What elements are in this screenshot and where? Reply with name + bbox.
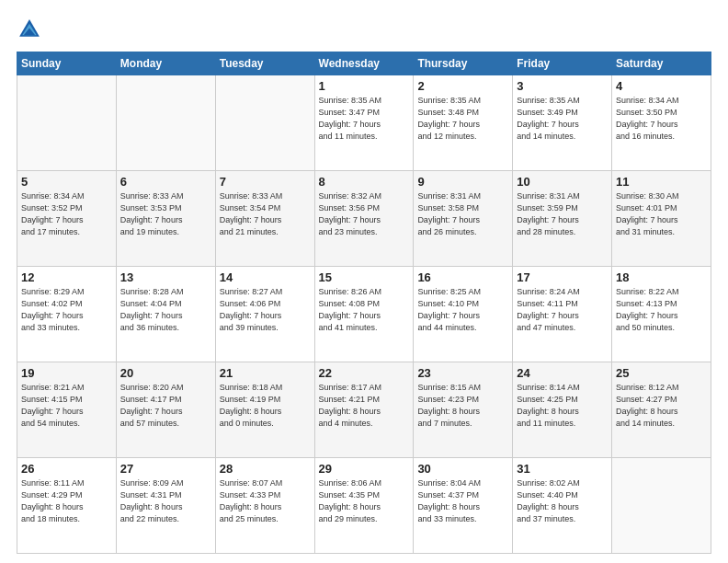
day-info: Sunrise: 8:20 AM Sunset: 4:17 PM Dayligh… bbox=[120, 382, 211, 430]
day-cell: 24Sunrise: 8:14 AM Sunset: 4:25 PM Dayli… bbox=[513, 362, 612, 458]
day-info: Sunrise: 8:04 AM Sunset: 4:37 PM Dayligh… bbox=[417, 477, 508, 525]
day-info: Sunrise: 8:21 AM Sunset: 4:15 PM Dayligh… bbox=[21, 382, 112, 430]
day-number: 24 bbox=[517, 366, 608, 380]
day-info: Sunrise: 8:24 AM Sunset: 4:11 PM Dayligh… bbox=[517, 286, 608, 334]
week-row-0: 1Sunrise: 8:35 AM Sunset: 3:47 PM Daylig… bbox=[17, 75, 711, 171]
day-number: 6 bbox=[120, 175, 211, 189]
day-cell: 29Sunrise: 8:06 AM Sunset: 4:35 PM Dayli… bbox=[314, 458, 414, 554]
day-cell: 7Sunrise: 8:33 AM Sunset: 3:54 PM Daylig… bbox=[215, 171, 314, 267]
week-row-4: 26Sunrise: 8:11 AM Sunset: 4:29 PM Dayli… bbox=[17, 458, 711, 554]
day-info: Sunrise: 8:07 AM Sunset: 4:33 PM Dayligh… bbox=[220, 477, 311, 525]
day-cell: 10Sunrise: 8:31 AM Sunset: 3:59 PM Dayli… bbox=[513, 171, 612, 267]
day-cell: 28Sunrise: 8:07 AM Sunset: 4:33 PM Dayli… bbox=[215, 458, 314, 554]
day-cell: 16Sunrise: 8:25 AM Sunset: 4:10 PM Dayli… bbox=[414, 267, 513, 362]
day-number: 29 bbox=[319, 462, 410, 476]
day-number: 28 bbox=[220, 462, 311, 476]
day-info: Sunrise: 8:09 AM Sunset: 4:31 PM Dayligh… bbox=[120, 477, 211, 525]
day-number: 4 bbox=[616, 79, 707, 93]
day-cell: 19Sunrise: 8:21 AM Sunset: 4:15 PM Dayli… bbox=[17, 362, 117, 458]
day-info: Sunrise: 8:34 AM Sunset: 3:50 PM Dayligh… bbox=[616, 95, 707, 143]
day-number: 30 bbox=[417, 462, 508, 476]
calendar-table: SundayMondayTuesdayWednesdayThursdayFrid… bbox=[17, 52, 711, 554]
day-header-wednesday: Wednesday bbox=[314, 52, 414, 75]
day-cell bbox=[612, 458, 711, 554]
day-number: 11 bbox=[616, 175, 707, 189]
day-number: 15 bbox=[319, 270, 410, 284]
day-number: 25 bbox=[616, 366, 707, 380]
day-number: 26 bbox=[21, 462, 112, 476]
day-info: Sunrise: 8:26 AM Sunset: 4:08 PM Dayligh… bbox=[319, 286, 410, 334]
day-cell: 5Sunrise: 8:34 AM Sunset: 3:52 PM Daylig… bbox=[17, 171, 117, 267]
day-info: Sunrise: 8:14 AM Sunset: 4:25 PM Dayligh… bbox=[517, 382, 608, 430]
day-info: Sunrise: 8:35 AM Sunset: 3:49 PM Dayligh… bbox=[517, 95, 608, 143]
day-cell: 2Sunrise: 8:35 AM Sunset: 3:48 PM Daylig… bbox=[414, 75, 513, 171]
day-cell: 20Sunrise: 8:20 AM Sunset: 4:17 PM Dayli… bbox=[116, 362, 215, 458]
day-info: Sunrise: 8:27 AM Sunset: 4:06 PM Dayligh… bbox=[220, 286, 311, 334]
day-info: Sunrise: 8:31 AM Sunset: 3:58 PM Dayligh… bbox=[417, 190, 508, 238]
day-cell: 30Sunrise: 8:04 AM Sunset: 4:37 PM Dayli… bbox=[414, 458, 513, 554]
day-header-monday: Monday bbox=[116, 52, 215, 75]
day-info: Sunrise: 8:22 AM Sunset: 4:13 PM Dayligh… bbox=[616, 286, 707, 334]
day-number: 10 bbox=[517, 175, 608, 189]
day-number: 20 bbox=[120, 366, 211, 380]
day-cell: 25Sunrise: 8:12 AM Sunset: 4:27 PM Dayli… bbox=[612, 362, 711, 458]
day-cell: 15Sunrise: 8:26 AM Sunset: 4:08 PM Dayli… bbox=[314, 267, 414, 362]
day-cell: 23Sunrise: 8:15 AM Sunset: 4:23 PM Dayli… bbox=[414, 362, 513, 458]
day-info: Sunrise: 8:25 AM Sunset: 4:10 PM Dayligh… bbox=[417, 286, 508, 334]
day-cell: 26Sunrise: 8:11 AM Sunset: 4:29 PM Dayli… bbox=[17, 458, 117, 554]
day-info: Sunrise: 8:18 AM Sunset: 4:19 PM Dayligh… bbox=[220, 382, 311, 430]
day-number: 3 bbox=[517, 79, 608, 93]
week-row-3: 19Sunrise: 8:21 AM Sunset: 4:15 PM Dayli… bbox=[17, 362, 711, 458]
day-info: Sunrise: 8:06 AM Sunset: 4:35 PM Dayligh… bbox=[319, 477, 410, 525]
day-number: 8 bbox=[319, 175, 410, 189]
day-info: Sunrise: 8:02 AM Sunset: 4:40 PM Dayligh… bbox=[517, 477, 608, 525]
day-number: 17 bbox=[517, 270, 608, 284]
day-info: Sunrise: 8:32 AM Sunset: 3:56 PM Dayligh… bbox=[319, 190, 410, 238]
page: SundayMondayTuesdayWednesdayThursdayFrid… bbox=[0, 0, 728, 563]
week-row-1: 5Sunrise: 8:34 AM Sunset: 3:52 PM Daylig… bbox=[17, 171, 711, 267]
day-info: Sunrise: 8:35 AM Sunset: 3:47 PM Dayligh… bbox=[319, 95, 410, 143]
day-cell: 17Sunrise: 8:24 AM Sunset: 4:11 PM Dayli… bbox=[513, 267, 612, 362]
day-cell: 9Sunrise: 8:31 AM Sunset: 3:58 PM Daylig… bbox=[414, 171, 513, 267]
day-info: Sunrise: 8:31 AM Sunset: 3:59 PM Dayligh… bbox=[517, 190, 608, 238]
day-cell: 27Sunrise: 8:09 AM Sunset: 4:31 PM Dayli… bbox=[116, 458, 215, 554]
day-header-tuesday: Tuesday bbox=[215, 52, 314, 75]
day-number: 12 bbox=[21, 270, 112, 284]
day-number: 18 bbox=[616, 270, 707, 284]
day-number: 16 bbox=[417, 270, 508, 284]
day-info: Sunrise: 8:30 AM Sunset: 4:01 PM Dayligh… bbox=[616, 190, 707, 238]
day-info: Sunrise: 8:17 AM Sunset: 4:21 PM Dayligh… bbox=[319, 382, 410, 430]
day-number: 2 bbox=[417, 79, 508, 93]
day-number: 5 bbox=[21, 175, 112, 189]
day-number: 22 bbox=[319, 366, 410, 380]
day-header-friday: Friday bbox=[513, 52, 612, 75]
day-info: Sunrise: 8:35 AM Sunset: 3:48 PM Dayligh… bbox=[417, 95, 508, 143]
day-info: Sunrise: 8:28 AM Sunset: 4:04 PM Dayligh… bbox=[120, 286, 211, 334]
day-number: 19 bbox=[21, 366, 112, 380]
day-cell: 21Sunrise: 8:18 AM Sunset: 4:19 PM Dayli… bbox=[215, 362, 314, 458]
day-cell: 6Sunrise: 8:33 AM Sunset: 3:53 PM Daylig… bbox=[116, 171, 215, 267]
logo-icon bbox=[17, 17, 42, 42]
day-number: 31 bbox=[517, 462, 608, 476]
day-number: 14 bbox=[220, 270, 311, 284]
day-number: 21 bbox=[220, 366, 311, 380]
day-info: Sunrise: 8:29 AM Sunset: 4:02 PM Dayligh… bbox=[21, 286, 112, 334]
day-cell: 22Sunrise: 8:17 AM Sunset: 4:21 PM Dayli… bbox=[314, 362, 414, 458]
header-row: SundayMondayTuesdayWednesdayThursdayFrid… bbox=[17, 52, 711, 75]
day-number: 23 bbox=[417, 366, 508, 380]
day-number: 9 bbox=[417, 175, 508, 189]
day-cell: 8Sunrise: 8:32 AM Sunset: 3:56 PM Daylig… bbox=[314, 171, 414, 267]
day-info: Sunrise: 8:11 AM Sunset: 4:29 PM Dayligh… bbox=[21, 477, 112, 525]
day-cell: 3Sunrise: 8:35 AM Sunset: 3:49 PM Daylig… bbox=[513, 75, 612, 171]
day-info: Sunrise: 8:15 AM Sunset: 4:23 PM Dayligh… bbox=[417, 382, 508, 430]
header bbox=[17, 17, 711, 42]
day-number: 27 bbox=[120, 462, 211, 476]
day-cell: 14Sunrise: 8:27 AM Sunset: 4:06 PM Dayli… bbox=[215, 267, 314, 362]
day-cell: 18Sunrise: 8:22 AM Sunset: 4:13 PM Dayli… bbox=[612, 267, 711, 362]
day-info: Sunrise: 8:34 AM Sunset: 3:52 PM Dayligh… bbox=[21, 190, 112, 238]
day-cell: 31Sunrise: 8:02 AM Sunset: 4:40 PM Dayli… bbox=[513, 458, 612, 554]
day-number: 13 bbox=[120, 270, 211, 284]
day-cell: 13Sunrise: 8:28 AM Sunset: 4:04 PM Dayli… bbox=[116, 267, 215, 362]
week-row-2: 12Sunrise: 8:29 AM Sunset: 4:02 PM Dayli… bbox=[17, 267, 711, 362]
day-cell: 11Sunrise: 8:30 AM Sunset: 4:01 PM Dayli… bbox=[612, 171, 711, 267]
